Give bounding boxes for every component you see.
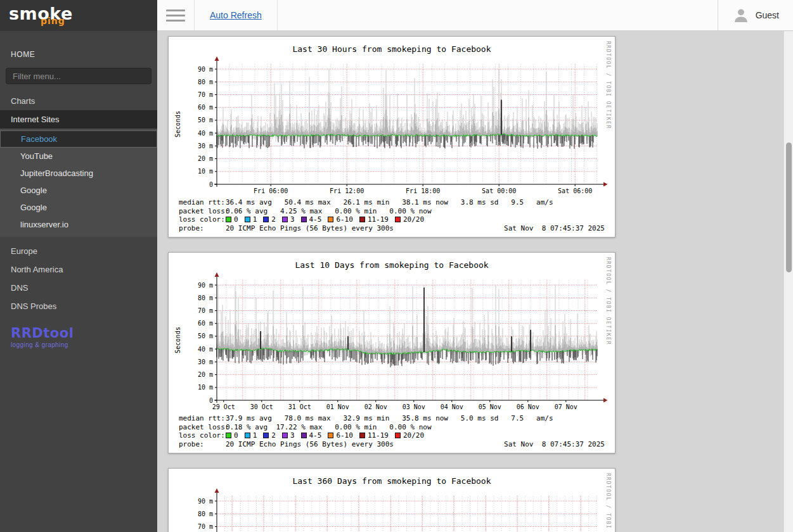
loss-color-swatch [263, 433, 269, 438]
loss-color-swatch [282, 217, 288, 222]
sidebar-item-europe[interactable]: Europe [0, 242, 157, 260]
rrdtool-watermark: RRDTOOL / TOBI OETIKER [605, 473, 611, 532]
svg-text:10 m: 10 m [198, 168, 213, 175]
svg-text:03 Nov: 03 Nov [403, 403, 425, 410]
sidebar-item-youtube[interactable]: YouTube [0, 148, 157, 165]
loss-legend-label: 20/20 [403, 215, 424, 224]
loss-legend-label: 2 [271, 431, 276, 440]
loss-legend: 01234-56-1011-1920/20 [226, 215, 430, 224]
filter-input[interactable] [6, 68, 152, 84]
loss-color-swatch [301, 433, 307, 438]
loss-color-swatch [328, 433, 333, 438]
loss-legend-item: 1 [245, 215, 257, 224]
top-header: smoke ping Auto Refresh Guest [0, 0, 793, 31]
svg-text:29 Oct: 29 Oct [212, 403, 235, 410]
svg-text:0: 0 [209, 397, 213, 404]
graph-card-10-days: Last 10 Days from smokeping to Facebook … [168, 252, 616, 453]
app-logo[interactable]: smoke ping [0, 0, 157, 31]
graph-timestamp: Sat Nov 8 07:45:37 2025 [504, 224, 606, 233]
loss-legend-item: 11-19 [359, 215, 389, 224]
user-avatar-icon [732, 6, 750, 24]
sidebar-item-charts[interactable]: Charts [0, 92, 157, 110]
rrd-graph-360-days[interactable]: 010 m20 m30 m40 m50 m60 m70 m80 m90 mSec… [170, 487, 614, 532]
scrollbar[interactable] [783, 31, 793, 532]
loss-legend-item: 6-10 [328, 215, 353, 224]
svg-text:50 m: 50 m [198, 117, 213, 124]
internet-sites-submenu: Facebook YouTube JupiterBroadcasting Goo… [0, 129, 157, 237]
sidebar-item-internet-sites[interactable]: Internet Sites [0, 110, 157, 129]
svg-text:40 m: 40 m [198, 346, 213, 353]
loss-legend-label: 0 [234, 431, 238, 440]
sidebar-item-facebook[interactable]: Facebook [0, 130, 157, 148]
rrdtool-logo-subtitle: logging & graphing [11, 341, 146, 348]
rrdtool-logo[interactable]: RRDtool logging & graphing [11, 326, 146, 348]
loss-color-swatch [395, 433, 401, 438]
loss-legend-label: 3 [290, 431, 295, 440]
user-menu[interactable]: Guest [718, 0, 793, 30]
loss-legend-item: 4-5 [301, 215, 322, 224]
stat-value: 20 ICMP Echo Pings (56 Bytes) every 300s [226, 224, 394, 233]
svg-text:10 m: 10 m [198, 384, 213, 391]
svg-text:05 Nov: 05 Nov [479, 403, 501, 410]
sidebar-item-google-1[interactable]: Google [0, 182, 157, 199]
loss-legend-label: 1 [253, 215, 257, 224]
svg-text:Seconds: Seconds [174, 327, 181, 353]
graph-stats: median rtt:36.4 ms avg 50.4 ms max 26.1 … [179, 198, 606, 232]
svg-text:80 m: 80 m [198, 510, 213, 517]
rrd-graph-10-days[interactable]: 010 m20 m30 m40 m50 m60 m70 m80 m90 m29 … [170, 271, 614, 412]
stat-label: loss color: [179, 431, 226, 440]
loss-color-swatch [359, 433, 365, 438]
loss-color-swatch [282, 433, 288, 438]
svg-text:70 m: 70 m [198, 523, 213, 530]
sidebar-item-google-2[interactable]: Google [0, 199, 157, 216]
sidebar-item-jupiterbroadcasting[interactable]: JupiterBroadcasting [0, 165, 157, 182]
sidebar-item-dns-probes[interactable]: DNS Probes [0, 297, 157, 315]
loss-legend-item: 11-19 [359, 431, 389, 440]
stat-label: median rtt: [179, 414, 226, 423]
loss-color-swatch [226, 217, 231, 222]
svg-text:90 m: 90 m [198, 282, 213, 289]
svg-text:Sat 00:00: Sat 00:00 [482, 187, 516, 194]
svg-text:0: 0 [209, 181, 213, 188]
svg-text:Fri 06:00: Fri 06:00 [254, 187, 288, 194]
graph-title: Last 360 Days from smokeping to Facebook [169, 476, 615, 486]
menu-icon [166, 10, 185, 11]
auto-refresh-link[interactable]: Auto Refresh [195, 0, 277, 30]
loss-legend-label: 0 [234, 215, 238, 224]
sidebar-item-north-america[interactable]: North America [0, 260, 157, 279]
svg-text:40 m: 40 m [198, 130, 213, 137]
graph-card-360-days: Last 360 Days from smokeping to Facebook… [168, 468, 616, 532]
rrdtool-logo-title: RRDtool [11, 326, 146, 341]
svg-text:80 m: 80 m [198, 294, 213, 301]
loss-legend-label: 4-5 [309, 215, 322, 224]
rrd-graph-30-hours[interactable]: 010 m20 m30 m40 m50 m60 m70 m80 m90 mFri… [170, 55, 614, 196]
svg-text:30 m: 30 m [198, 358, 213, 365]
graph-card-30-hours: Last 30 Hours from smokeping to Facebook… [168, 36, 616, 238]
loss-color-swatch [301, 217, 307, 222]
svg-text:20 m: 20 m [198, 371, 213, 378]
loss-legend-label: 4-5 [309, 431, 322, 440]
sidebar-item-linuxserver-io[interactable]: linuxserver.io [0, 216, 157, 233]
stat-label: loss color: [179, 215, 226, 224]
loss-color-swatch [395, 217, 401, 222]
loss-legend-item: 20/20 [395, 431, 424, 440]
graph-title: Last 30 Hours from smokeping to Facebook [169, 44, 615, 54]
svg-text:Seconds: Seconds [174, 111, 181, 137]
scrollbar-thumb[interactable] [786, 142, 792, 272]
svg-text:60 m: 60 m [198, 104, 213, 111]
sidebar-item-home[interactable]: HOME [0, 31, 157, 68]
loss-legend-item: 4-5 [301, 431, 322, 440]
stat-value: 0.18 % avg 17.22 % max 0.00 % min 0.00 %… [226, 423, 432, 432]
toolbar-divider [277, 0, 278, 30]
rrdtool-watermark: RRDTOOL / TOBI OETIKER [605, 41, 611, 129]
loss-color-swatch [359, 217, 365, 222]
svg-text:90 m: 90 m [198, 66, 213, 73]
user-name-label: Guest [756, 10, 779, 20]
menu-toggle-button[interactable] [157, 0, 194, 30]
stat-label: packet loss: [179, 207, 226, 216]
loss-legend-label: 1 [253, 431, 257, 440]
svg-text:31 Oct: 31 Oct [288, 403, 311, 410]
sidebar-item-dns[interactable]: DNS [0, 279, 157, 297]
svg-text:70 m: 70 m [198, 307, 213, 314]
loss-legend-label: 2 [271, 215, 276, 224]
